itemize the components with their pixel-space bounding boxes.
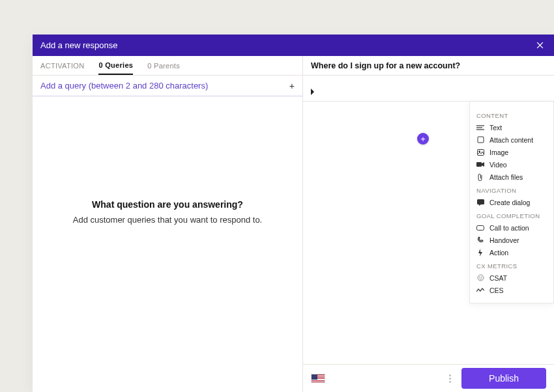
svg-rect-8 xyxy=(476,162,482,167)
dialog-header: Add a new response xyxy=(33,35,554,56)
add-response-dialog: Add a new response ACTIVATION 0 Queries … xyxy=(33,35,554,392)
image-icon xyxy=(476,149,484,156)
publish-button[interactable]: Publish xyxy=(461,368,546,389)
close-button[interactable] xyxy=(535,40,545,50)
left-pane: ACTIVATION 0 Queries 0 Parents + What qu… xyxy=(33,56,303,392)
menu-label: Handover xyxy=(489,236,519,244)
menu-item-video[interactable]: Video xyxy=(470,158,553,171)
attach-content-icon xyxy=(476,136,484,143)
menu-label: Call to action xyxy=(489,224,529,232)
block-menu: CONTENT Text Attach content Image xyxy=(469,102,554,303)
cta-icon xyxy=(476,225,484,231)
footer-actions: Publish xyxy=(446,368,546,389)
tab-activation[interactable]: ACTIVATION xyxy=(40,56,84,75)
query-input-row: + xyxy=(33,76,302,96)
menu-label: Attach content xyxy=(489,136,533,144)
right-footer: Publish xyxy=(303,364,554,392)
add-query-button[interactable]: + xyxy=(289,81,295,91)
dialog-title: Add a new response xyxy=(40,40,118,50)
menu-section-navigation: NAVIGATION xyxy=(470,183,553,196)
query-input[interactable] xyxy=(40,81,269,91)
csat-icon xyxy=(476,274,484,281)
plus-icon: + xyxy=(420,134,426,144)
menu-item-call-to-action[interactable]: Call to action xyxy=(470,221,553,234)
response-canvas: + CONTENT Text Attach content Image xyxy=(303,102,554,364)
add-block-button[interactable]: + xyxy=(417,133,429,145)
menu-label: Image xyxy=(489,148,508,156)
tab-parents[interactable]: 0 Parents xyxy=(147,56,180,75)
video-icon xyxy=(476,161,484,167)
menu-item-handover[interactable]: Handover xyxy=(470,234,553,246)
action-icon xyxy=(476,249,484,257)
svg-point-13 xyxy=(481,277,482,277)
plus-icon: + xyxy=(289,81,295,91)
handover-icon xyxy=(476,236,484,244)
menu-label: CSAT xyxy=(489,274,507,282)
right-pane: Where do I sign up for a new account? + … xyxy=(303,56,554,392)
menu-item-attach-files[interactable]: Attach files xyxy=(470,171,553,183)
ces-icon xyxy=(476,288,484,293)
attach-files-icon xyxy=(476,173,484,181)
menu-item-create-dialog[interactable]: Create dialog xyxy=(470,196,553,208)
close-icon xyxy=(535,40,545,50)
dialog-body: ACTIVATION 0 Queries 0 Parents + What qu… xyxy=(33,56,554,392)
svg-point-11 xyxy=(478,275,484,281)
empty-title: What question are you answering? xyxy=(92,199,243,210)
menu-label: Attach files xyxy=(489,173,523,181)
question-text: Where do I sign up for a new account? xyxy=(311,61,460,70)
svg-rect-5 xyxy=(478,137,484,143)
dialog-icon xyxy=(476,199,484,206)
menu-label: Create dialog xyxy=(489,199,530,206)
queries-empty-state: What question are you answering? Add cus… xyxy=(33,96,302,392)
svg-rect-9 xyxy=(477,199,484,204)
menu-section-content: CONTENT xyxy=(470,108,553,121)
menu-item-action[interactable]: Action xyxy=(470,246,553,259)
menu-item-image[interactable]: Image xyxy=(470,146,553,158)
menu-label: CES xyxy=(489,287,504,294)
text-icon xyxy=(476,124,484,131)
question-bar: Where do I sign up for a new account? xyxy=(303,56,554,76)
tab-queries[interactable]: 0 Queries xyxy=(98,56,133,75)
menu-item-attach-content[interactable]: Attach content xyxy=(470,133,553,146)
menu-section-cx: CX METRICS xyxy=(470,259,553,272)
menu-item-csat[interactable]: CSAT xyxy=(470,272,553,284)
more-menu-button[interactable] xyxy=(446,372,454,385)
svg-rect-10 xyxy=(477,225,484,230)
empty-subtitle: Add customer queries that you want to re… xyxy=(73,215,263,225)
response-block-row[interactable] xyxy=(303,76,554,102)
svg-point-7 xyxy=(478,150,480,152)
language-selector[interactable] xyxy=(311,374,325,383)
menu-label: Video xyxy=(489,161,507,169)
menu-label: Action xyxy=(489,249,508,257)
tabs: ACTIVATION 0 Queries 0 Parents xyxy=(33,56,302,76)
menu-label: Text xyxy=(489,124,502,132)
menu-item-text[interactable]: Text xyxy=(470,121,553,133)
menu-item-ces[interactable]: CES xyxy=(470,284,553,296)
menu-section-goal: GOAL COMPLETION xyxy=(470,208,553,221)
svg-point-12 xyxy=(479,277,480,277)
